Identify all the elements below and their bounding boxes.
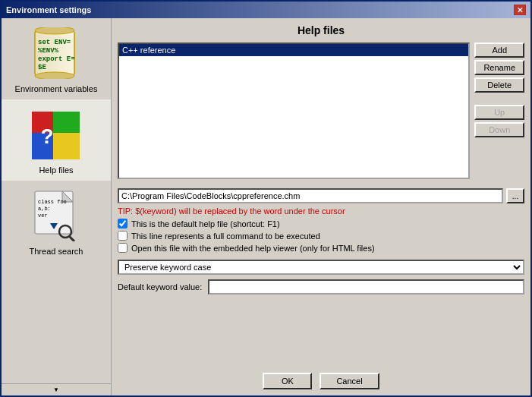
svg-text:class foo: class foo <box>38 199 67 205</box>
top-section: C++ reference Add Rename Delete Up Down <box>118 43 524 184</box>
default-help-label: This is the default help file (shortcut:… <box>131 219 280 228</box>
sidebar-label-thread-search: Thread search <box>30 247 83 256</box>
svg-text:set ENV=: set ENV= <box>38 39 71 46</box>
sidebar-scroll-down[interactable]: ▼ <box>2 383 111 395</box>
sidebar-item-thread-search[interactable]: class foo a,b: ver Thread search <box>2 181 111 262</box>
add-button[interactable]: Add <box>474 43 524 58</box>
svg-text:a,b:: a,b: <box>38 206 51 212</box>
svg-text:?: ? <box>40 124 53 148</box>
embedded-viewer-checkbox[interactable] <box>118 243 127 253</box>
svg-line-20 <box>69 236 74 241</box>
up-button[interactable]: Up <box>474 105 524 120</box>
svg-text:ver: ver <box>38 213 48 219</box>
cancel-button[interactable]: Cancel <box>320 373 379 389</box>
ok-button[interactable]: OK <box>263 373 312 389</box>
sidebar-label-help-files: Help files <box>39 165 73 175</box>
svg-rect-11 <box>53 133 80 159</box>
dialog-title: Help files <box>118 24 524 36</box>
keyword-label: Default keyword value: <box>118 282 202 291</box>
checkbox-embedded-viewer: Open this file with the embedded help vi… <box>118 243 524 253</box>
bottom-buttons: OK Cancel <box>118 368 524 389</box>
help-files-list[interactable]: C++ reference <box>118 43 470 179</box>
checkbox-full-command: This line represents a full command to b… <box>118 231 524 241</box>
environment-variables-icon: set ENV= %ENV% export E= $E <box>26 24 87 81</box>
keyword-input[interactable] <box>208 279 524 295</box>
embedded-viewer-label: Open this file with the embedded help vi… <box>131 244 375 253</box>
thread-search-icon: class foo a,b: ver <box>26 187 87 244</box>
svg-text:$E: $E <box>38 64 46 71</box>
window-title: Environment settings <box>6 5 91 14</box>
help-files-icon: ? <box>26 106 87 162</box>
full-command-label: This line represents a full command to b… <box>131 232 320 241</box>
environment-settings-window: Environment settings ✕ <box>0 0 532 397</box>
sidebar-item-environment-variables[interactable]: set ENV= %ENV% export E= $E Environment … <box>2 18 111 99</box>
down-button[interactable]: Down <box>474 122 524 137</box>
sidebar-label-environment-variables: Environment variables <box>15 84 98 93</box>
checkbox-default-help: This is the default help file (shortcut:… <box>118 219 524 228</box>
sidebar-item-help-files[interactable]: ? Help files <box>2 99 111 181</box>
title-bar: Environment settings ✕ <box>2 2 530 18</box>
path-input[interactable] <box>118 188 503 203</box>
tip-text: TIP: $(keyword) will be replaced by the … <box>118 206 524 216</box>
keyword-row: Default keyword value: <box>118 279 524 295</box>
svg-text:%ENV%: %ENV% <box>38 47 59 55</box>
default-help-checkbox[interactable] <box>118 219 127 228</box>
rename-button[interactable]: Rename <box>474 60 524 75</box>
full-command-checkbox[interactable] <box>118 231 127 241</box>
sidebar: set ENV= %ENV% export E= $E Environment … <box>2 18 112 395</box>
sidebar-scroll[interactable]: set ENV= %ENV% export E= $E Environment … <box>2 18 111 383</box>
action-buttons: Add Rename Delete Up Down <box>474 43 524 184</box>
list-item[interactable]: C++ reference <box>119 44 468 56</box>
scroll-down-icon: ▼ <box>53 386 59 393</box>
browse-button[interactable]: ... <box>506 188 524 203</box>
main-panel: Help files C++ reference Add Rename Dele… <box>112 18 530 395</box>
dropdown-row: Preserve keyword case Uppercase Lowercas… <box>118 260 524 275</box>
delete-button[interactable]: Delete <box>474 77 524 93</box>
path-row: ... <box>118 188 524 203</box>
keyword-case-dropdown[interactable]: Preserve keyword case Uppercase Lowercas… <box>118 260 524 275</box>
close-button[interactable]: ✕ <box>514 5 526 15</box>
svg-point-6 <box>35 27 74 34</box>
content-area: set ENV= %ENV% export E= $E Environment … <box>2 18 530 395</box>
svg-text:export E=: export E= <box>38 55 75 63</box>
svg-point-7 <box>35 72 74 79</box>
